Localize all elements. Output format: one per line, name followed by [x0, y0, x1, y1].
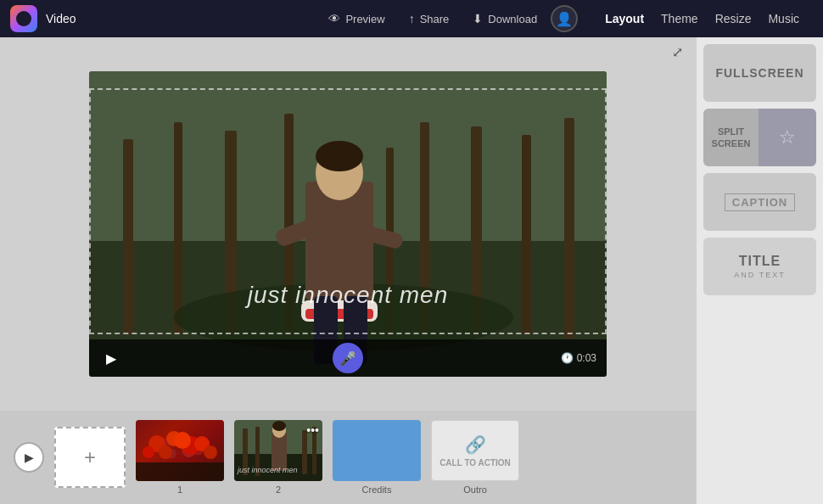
preview-icon: 👁 — [328, 12, 340, 25]
right-sidebar: FULLSCREEN SPLITSCREEN ☆ CAPTION TITLE — [696, 37, 823, 504]
svg-point-39 — [272, 421, 286, 431]
svg-point-28 — [143, 446, 154, 458]
fullscreen-label: FULLSCREEN — [715, 66, 803, 80]
clock-icon: 🕐 — [561, 352, 574, 364]
avatar[interactable]: 👤 — [551, 5, 578, 32]
title-sub-label: AND TEXT — [734, 271, 785, 279]
clip-2-menu[interactable]: ••• — [306, 423, 319, 437]
nav-music[interactable]: Music — [768, 8, 799, 29]
split-card-left: SPLITSCREEN — [703, 109, 759, 166]
play-button[interactable]: ▶ — [99, 346, 123, 370]
clip-1-label: 1 — [177, 484, 182, 495]
call-to-action-icon: 🔗 — [465, 434, 486, 455]
center-area: ⤢ — [0, 37, 696, 504]
split-screen-label: SPLITSCREEN — [712, 126, 751, 150]
clip-4-thumb[interactable]: 🔗 CALL TO ACTION — [431, 420, 519, 481]
app-title: Video — [46, 12, 76, 25]
svg-rect-30 — [136, 462, 224, 481]
clip-1-svg — [136, 420, 224, 481]
share-button[interactable]: ↑ Share — [399, 7, 460, 31]
svg-point-25 — [159, 445, 172, 459]
topbar-nav: Layout Theme Resize Music — [591, 8, 813, 29]
download-button[interactable]: ⬇ Download — [462, 7, 547, 31]
caption-label: CAPTION — [725, 193, 796, 211]
timeline-clip-2[interactable]: just innocent men ••• 2 — [234, 420, 322, 495]
mic-button[interactable]: 🎤 — [333, 343, 363, 373]
nav-layout[interactable]: Layout — [605, 8, 644, 29]
clip-4-label: Outro — [463, 484, 487, 495]
clip-2-overlay-text: just innocent men — [238, 466, 298, 474]
avatar-icon: 👤 — [556, 11, 573, 27]
star-icon: ☆ — [779, 126, 796, 148]
svg-rect-8 — [564, 118, 574, 339]
video-player: just innocent men ▶ 🎤 🕐 0:03 — [89, 71, 607, 377]
timeline-area: ▶ + — [0, 411, 696, 504]
svg-rect-2 — [123, 139, 133, 334]
download-icon: ⬇ — [473, 12, 483, 25]
video-background — [89, 71, 607, 377]
nav-resize[interactable]: Resize — [715, 8, 752, 29]
call-to-action-text: CALL TO ACTION — [439, 458, 511, 468]
timeline-clip-3[interactable]: Credits — [333, 420, 421, 495]
caption-card-bg: CAPTION — [703, 173, 816, 231]
add-icon: + — [84, 445, 96, 469]
layout-card-splitscreen[interactable]: SPLITSCREEN ☆ — [703, 109, 816, 166]
timeline-clip-4[interactable]: 🔗 CALL TO ACTION Outro — [431, 420, 519, 495]
topbar-actions: 👁 Preview ↑ Share ⬇ Download 👤 — [318, 5, 578, 32]
main-content: ⤢ — [0, 37, 823, 504]
mic-icon: 🎤 — [339, 350, 356, 367]
title-label: TITLE — [739, 254, 781, 269]
topbar: Video 👁 Preview ↑ Share ⬇ Download 👤 Lay… — [0, 0, 823, 37]
share-icon: ↑ — [409, 12, 415, 25]
layout-card-fullscreen[interactable]: FULLSCREEN — [703, 44, 816, 102]
video-controls: ▶ 🎤 🕐 0:03 — [89, 339, 607, 377]
svg-point-29 — [204, 445, 217, 459]
time-display: 🕐 0:03 — [561, 352, 596, 364]
clip-3-thumb[interactable] — [333, 420, 421, 481]
fullscreen-toggle-icon[interactable]: ⤢ — [672, 44, 689, 61]
forest-svg — [89, 71, 607, 377]
svg-rect-7 — [522, 135, 531, 334]
add-clip-button[interactable]: + — [54, 427, 126, 488]
layout-card-caption[interactable]: CAPTION — [703, 173, 816, 231]
title-card-bg: TITLE AND TEXT — [703, 238, 816, 295]
split-card-right: ☆ — [759, 109, 816, 166]
app-logo[interactable] — [10, 5, 37, 32]
clip-2-label: 2 — [276, 484, 281, 495]
layout-card-title[interactable]: TITLE AND TEXT — [703, 238, 816, 295]
split-card-container: SPLITSCREEN ☆ — [703, 109, 816, 166]
svg-point-14 — [316, 141, 363, 171]
svg-point-26 — [174, 432, 191, 449]
preview-button[interactable]: 👁 Preview — [318, 7, 395, 31]
clip-2-thumb[interactable]: just innocent men ••• — [234, 420, 322, 481]
clip-1-thumb[interactable] — [136, 420, 224, 481]
clip-3-label: Credits — [362, 484, 392, 495]
fullscreen-card-bg: FULLSCREEN — [703, 44, 816, 102]
canvas-area: ⤢ — [0, 37, 696, 411]
nav-theme[interactable]: Theme — [661, 8, 698, 29]
timeline-play-button[interactable]: ▶ — [14, 442, 44, 473]
svg-rect-3 — [174, 122, 182, 334]
timeline-clip-1[interactable]: 1 — [136, 420, 224, 495]
